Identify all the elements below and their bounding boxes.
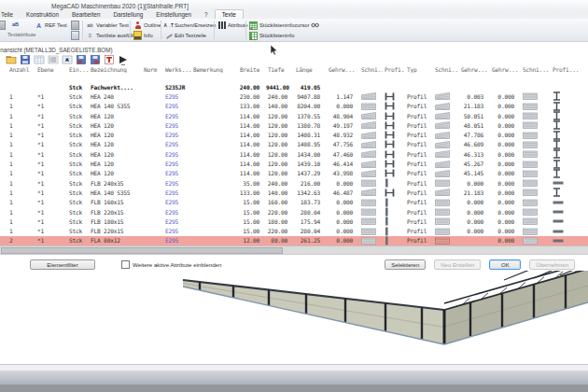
cell-bezeichnung: HEA 140 S355 <box>89 103 142 109</box>
cell-ein: Stck <box>67 199 89 205</box>
column-header-anzahl[interactable]: Anzahl <box>7 66 35 73</box>
cell-tiefe: 9441.00 <box>266 84 294 91</box>
menu-tabbar: TeileKonstruktionBearbeitenDarstellungEi… <box>0 11 588 19</box>
table-row[interactable]: 1*1StckHEA 120E295114.00120.001380.7849.… <box>0 120 588 130</box>
table-row[interactable]: 1*1StckFLB 220x15E29515.00220.00280.040.… <box>0 226 588 235</box>
table-row[interactable]: 1*1StckHEA 120E295114.00120.001437.2943.… <box>0 169 588 178</box>
attribute-button[interactable]: Attribute <box>217 21 248 30</box>
cell-typ: Profil <box>405 189 433 196</box>
column-header-breite[interactable]: Breite <box>238 66 266 73</box>
horizontal-scrollbar[interactable] <box>0 245 588 255</box>
column-header-ein[interactable]: Ein... <box>67 66 89 73</box>
table-row[interactable]: 1*1StckFLB 240x35E29535.00240.00216.000.… <box>0 178 588 188</box>
tab-teile[interactable]: Teile <box>0 11 20 19</box>
table-row[interactable]: 1*1StckHEA 140 S355E295133.00140.008204.… <box>0 102 588 111</box>
table-row[interactable]: 1*1StckHEA 140 S355E295133.00140.001342.… <box>0 188 588 197</box>
column-header-bemerkung[interactable]: Bemerkung <box>191 66 238 73</box>
table-row[interactable]: 1*1StckFLB 160x15E29515.00160.00183.730.… <box>0 198 588 207</box>
column-header-norm[interactable]: Norm <box>142 66 163 73</box>
tab-einstellungen[interactable]: Einstellungen <box>149 11 198 19</box>
cell-schnitt3 <box>521 228 551 235</box>
column-header-gehrung3[interactable]: Gehrw... <box>490 66 521 73</box>
cell-schnitt3 <box>521 121 551 129</box>
cell-ebene: *1 <box>35 103 67 109</box>
cell-gehrung1: 47.460 <box>327 151 359 158</box>
table-row[interactable]: 1*1StckHEA 120E295114.00120.001408.9547.… <box>0 140 588 149</box>
edit-textzeile-button[interactable]: Edit Textzeile <box>164 31 206 40</box>
info-button[interactable]: Info <box>133 31 153 40</box>
ref-text-button[interactable]: A REF Text <box>35 21 67 30</box>
table-row[interactable]: 1*1StckFLB 180x15E29515.00180.00175.940.… <box>0 217 588 226</box>
cell-gehrung2: 48.051 <box>459 122 490 129</box>
tab-texte[interactable]: Texte <box>215 9 244 19</box>
textliste-ausfuellen-label: Textliste ausfüllen <box>96 33 139 38</box>
scrollbar-thumb[interactable] <box>1 247 283 254</box>
elementfilter-button[interactable]: Elementfilter <box>30 259 95 270</box>
table-row[interactable]: 2*1StckFLA 80x12E29512.0080.00261.250.00… <box>0 236 588 245</box>
stuecklisteninfocursor-button[interactable]: Stücklisteninfocursor <box>249 21 319 30</box>
ok-button[interactable]: OK <box>489 259 521 270</box>
column-header-typ[interactable]: Typ <box>405 66 433 73</box>
column-header-ebene[interactable]: Ebene <box>35 66 67 73</box>
table-row[interactable]: 1*1StckHEA 120E295114.00120.001439.1046.… <box>0 159 588 168</box>
pdf-export-icon[interactable] <box>104 54 115 65</box>
selektieren-button[interactable]: Selektieren <box>385 259 426 270</box>
column-header-schnitt1[interactable]: Schni... <box>359 66 383 73</box>
cell-werkstoff: E295 <box>163 237 191 244</box>
hatch-tool-button[interactable] <box>71 21 79 30</box>
column-header-bezeichnung[interactable]: Bezeichnung <box>89 66 142 73</box>
outline-button[interactable]: Outline <box>133 21 161 30</box>
cell-typ: Profil <box>405 151 433 158</box>
text-tool-button[interactable] <box>0 21 6 30</box>
stuecklisteninfo-button[interactable]: Stücklisteninfo <box>249 31 294 40</box>
cell-typ: Profil <box>405 132 433 138</box>
column-header-profil1[interactable]: Profi... <box>383 66 405 73</box>
table-view-icon[interactable] <box>34 54 45 65</box>
3d-viewport[interactable] <box>0 271 588 364</box>
column-header-profil2[interactable]: Profi... <box>551 66 582 73</box>
tab-konstruktion[interactable]: Konstruktion <box>20 11 65 19</box>
column-header-laenge[interactable]: Länge <box>294 66 327 73</box>
edit-textzeile-label: Edit Textzeile <box>175 33 206 38</box>
list-view-icon[interactable] <box>48 54 59 65</box>
variabler-text-button[interactable]: ab Variabler Text <box>86 21 129 30</box>
column-header-gehrung2[interactable]: Gehrw... <box>459 66 490 73</box>
open-folder-icon[interactable] <box>6 54 17 65</box>
text-attributes-button[interactable]: aB <box>11 20 20 29</box>
save-list-icon[interactable] <box>76 54 87 65</box>
textliste-ausfuellen-button[interactable]: ≡ Textliste ausfüllen <box>86 31 139 40</box>
column-header-tiefe[interactable]: Tiefe <box>266 66 294 73</box>
bom-table-icon[interactable] <box>62 54 73 65</box>
pointer-arrow-icon[interactable] <box>118 54 129 65</box>
cell-gehrung2: 21.183 <box>459 189 490 196</box>
tab-darstellung[interactable]: Darstellung <box>106 11 149 19</box>
suchen-ersetzen-button[interactable]: A→T Suchen/Ersetzen <box>164 21 216 30</box>
cell-schnitt1 <box>359 103 383 110</box>
cell-typ: Profil <box>405 161 433 167</box>
table-row[interactable]: 1*1StckHEA 120E295114.00120.001370.5548.… <box>0 111 588 120</box>
cell-profil2 <box>551 209 582 215</box>
table-row[interactable]: 1*1StckFLB 220x15E29515.00220.00280.040.… <box>0 207 588 217</box>
leader-tool-button[interactable] <box>71 31 79 40</box>
table-row[interactable]: 1*1StckHEA 120E295114.00120.001434.0047.… <box>0 149 588 159</box>
cell-typ: Profil <box>405 180 433 187</box>
cell-schnitt2 <box>433 179 459 187</box>
cell-gehrung1: 0.000 <box>327 199 359 205</box>
column-header-schnitt2[interactable]: Schni... <box>433 66 459 73</box>
tab--[interactable]: ? <box>198 11 215 19</box>
save-icon[interactable] <box>20 54 31 65</box>
column-header-werkstoff[interactable]: Werks... <box>163 66 191 73</box>
save-list-alt-icon[interactable] <box>90 54 101 65</box>
cell-gehrung3: 0.000 <box>490 113 521 119</box>
tab-bearbeiten[interactable]: Bearbeiten <box>65 11 106 19</box>
cell-anzahl: 1 <box>7 113 35 119</box>
table-row[interactable]: 1*1StckHEA 120E295114.00120.001408.3148.… <box>0 130 588 139</box>
cell-typ: Profil <box>405 141 433 147</box>
column-header-gehrung1[interactable]: Gehrw... <box>327 66 359 73</box>
table-row[interactable]: 1*1StckHEA 240E295230.00240.009407.881.1… <box>0 91 588 101</box>
table-row[interactable]: StckFachwerkt....S235JR240.009441.00419.… <box>0 82 588 91</box>
cell-werkstoff: E295 <box>163 122 191 129</box>
column-header-schnitt3[interactable]: Schni... <box>521 66 551 73</box>
cell-profil2 <box>551 111 582 120</box>
attributes-checkbox[interactable] <box>121 260 130 269</box>
